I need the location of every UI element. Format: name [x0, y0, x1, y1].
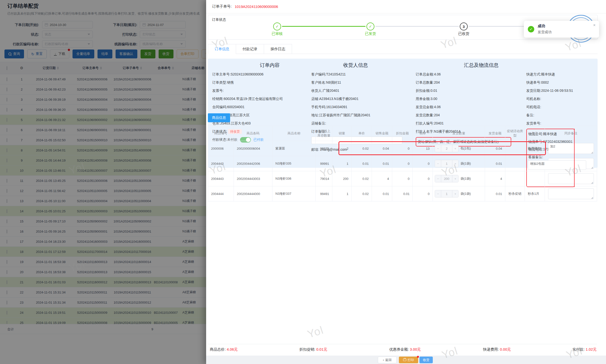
info-line: 发货总数量:204: [416, 111, 515, 119]
product-cell: 0: [392, 171, 413, 186]
footer-button-返回[interactable]: ‹返回: [378, 357, 397, 363]
close-icon[interactable]: ×: [593, 23, 596, 28]
increment-button[interactable]: +: [452, 175, 458, 182]
unit-label: 袋(1袋): [461, 192, 471, 196]
info-line: 发货总金额:4.06: [416, 103, 515, 111]
total-item: 快递费用: 0.00元: [483, 347, 511, 352]
product-cell: 2002004443003: [234, 171, 272, 186]
order-status-title: 订单状态: [212, 18, 226, 22]
footer-button-收货[interactable]: 收货: [419, 357, 433, 363]
product-cell: 2002000006004: [234, 141, 272, 156]
resize-handle-icon: ◢: [591, 181, 593, 184]
sync-remark-textarea[interactable]: ◢: [548, 188, 594, 199]
info-line: 折扣金额:0.01: [416, 87, 515, 95]
ship-qty-value[interactable]: 2: [441, 145, 452, 152]
product-row: 20044442002004444000N3海虾3379949110.020.0…: [208, 186, 597, 201]
ship-qty-value[interactable]: 1: [441, 190, 452, 197]
product-cell: 13: [413, 141, 433, 156]
product-column-header: 备注: [525, 126, 545, 141]
product-column-header: 商品名称: [272, 126, 316, 141]
unit-label: 袋(1袋): [461, 161, 471, 166]
increment-button[interactable]: +: [452, 190, 458, 197]
info-line: 用券金额:3.00: [416, 95, 515, 103]
product-cell: [505, 156, 525, 171]
ship-qty-stepper: −200+: [435, 175, 459, 182]
product-cell: [505, 171, 525, 186]
section-title-receiver: 收货人信息: [311, 62, 400, 69]
total-label: 优惠券金额:: [389, 347, 410, 351]
product-info-button[interactable]: 商品信息: [208, 113, 230, 122]
product-cell: 2002004442006: [234, 156, 272, 171]
info-line: 手机号码:16134034091: [311, 103, 410, 111]
step-connector: [282, 26, 365, 27]
tab-filler: [292, 44, 598, 54]
section-title-order-content: 订单内容: [212, 62, 327, 69]
toast-title: 成功: [538, 24, 545, 28]
product-row: 20044432002004443003N3海虾336790142000.024…: [208, 171, 597, 186]
unit-label: 包(1包): [461, 146, 471, 151]
product-cell: 0.01: [372, 186, 392, 201]
product-cell: 2: [332, 141, 352, 156]
step-circle-2: ✓: [366, 23, 374, 30]
product-cell: −1+袋(1袋): [433, 156, 485, 171]
product-cell: N3海虾337: [272, 186, 316, 201]
tab-操作日志[interactable]: 操作日志: [264, 44, 292, 54]
step-connector: [375, 26, 459, 27]
product-cell: 99975: [316, 141, 332, 156]
increment-button[interactable]: +: [452, 160, 458, 167]
ship-qty-stepper: −2+: [435, 145, 459, 152]
tab-订单信息[interactable]: 订单信息: [208, 44, 236, 54]
sync-remark-textarea[interactable]: ◢: [548, 173, 594, 184]
product-cell: ◢: [545, 186, 597, 201]
info-line: 订单总金额:4.06: [416, 70, 515, 78]
decrement-button[interactable]: −: [435, 190, 441, 197]
product-column-header: 销售金额: [372, 126, 392, 141]
modal-dim-overlay[interactable]: [0, 0, 206, 364]
product-cell: 1: [332, 156, 352, 171]
total-label: 商品总价:: [210, 347, 227, 351]
printer-icon: [403, 359, 406, 361]
product-column-header: 折扣金额: [392, 126, 413, 141]
info-line: 快递单号:0002: [526, 78, 598, 87]
increment-button[interactable]: +: [452, 145, 458, 152]
total-value: 1.02元: [586, 347, 597, 351]
product-cell: −200+袋(1袋): [433, 171, 485, 186]
tab-付款记录[interactable]: 付款记录: [236, 44, 264, 54]
total-value: 4.06元: [227, 347, 238, 351]
product-cell: 0.01: [485, 186, 505, 201]
product-cell: N3海虾336: [272, 171, 316, 186]
footer-button-打印[interactable]: 打印: [399, 357, 418, 363]
product-cell: 200: [332, 171, 352, 186]
info-line: 备注:: [526, 111, 598, 119]
decrement-button[interactable]: −: [435, 145, 441, 152]
product-cell: 0.02: [352, 171, 372, 186]
product-cell: N3海虾335: [272, 156, 316, 171]
totals-bar: 商品总价: 4.06元折扣促销: 0.01元优惠券金额: 3.00元快递费用: …: [208, 344, 597, 354]
product-column-header: 同步备注: [545, 126, 597, 141]
product-cell: 加2◢: [545, 141, 597, 156]
product-cell: 2004444: [208, 186, 234, 201]
products-table-body: 20000062002000006004紫薯面9997520.020.04013…: [208, 141, 597, 201]
step-circle-1: ✓: [273, 23, 281, 30]
product-cell: 紫薯面: [272, 141, 316, 156]
product-cell: [525, 171, 545, 186]
product-column-header: 商品条码: [234, 126, 272, 141]
product-cell: 0: [413, 186, 433, 201]
notification-dot: [417, 356, 419, 358]
ship-qty-value[interactable]: 200: [441, 175, 452, 182]
decrement-button[interactable]: −: [435, 175, 441, 182]
toast-message: 发货成功: [538, 30, 552, 34]
sync-remark-textarea[interactable]: 加2◢: [548, 143, 594, 154]
ship-qty-value[interactable]: 1: [441, 160, 452, 167]
decrement-button[interactable]: −: [435, 160, 441, 167]
footer-button-label: 返回: [385, 358, 392, 362]
ship-qty-stepper: −1+: [435, 190, 459, 197]
product-cell: 0.01: [392, 186, 413, 201]
sub-order-number: 1019A2024110609000006: [235, 4, 278, 9]
success-check-icon: ✓: [528, 26, 534, 32]
sub-order-label: 订单子单号:: [212, 4, 232, 9]
product-cell: 2004442: [208, 156, 234, 171]
step-circle-3: 3: [460, 23, 468, 30]
service-remark-textarea[interactable]: [528, 160, 586, 170]
product-cell: 0.01: [372, 156, 392, 171]
